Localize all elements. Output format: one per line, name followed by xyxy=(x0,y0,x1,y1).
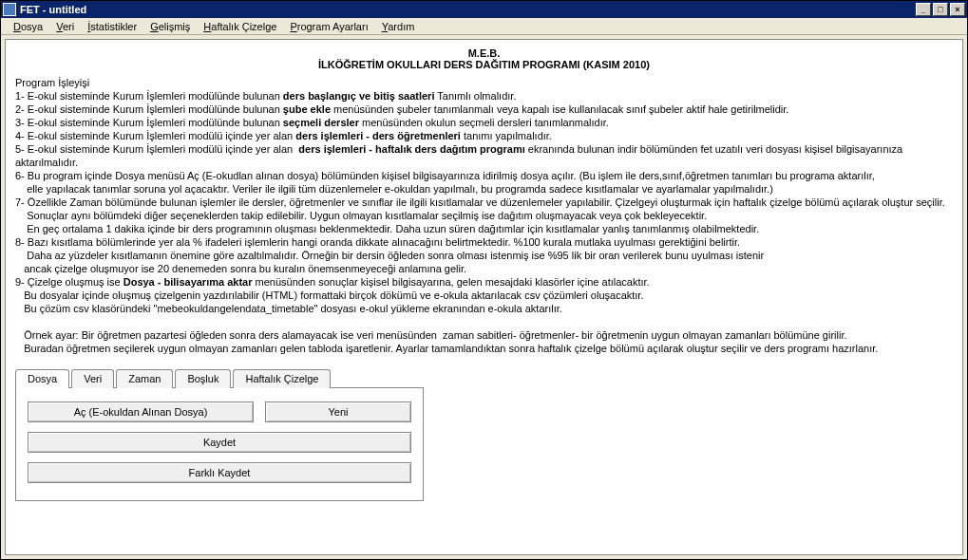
app-icon xyxy=(3,3,16,16)
menubar: Dosya Veri İstatistikler Gelişmiş Haftal… xyxy=(1,18,967,35)
menu-haftalik-cizelge[interactable]: Haftalık Çizelge xyxy=(197,19,283,34)
window-controls: _ □ × xyxy=(914,3,965,16)
tab-bosluk[interactable]: Boşluk xyxy=(175,369,231,388)
minimize-button[interactable]: _ xyxy=(916,3,931,16)
heading-2: İLKÖĞRETİM OKULLARI DERS DAĞITIM PROGRAM… xyxy=(15,59,953,70)
menu-gelismis[interactable]: Gelişmiş xyxy=(143,19,197,34)
maximize-button[interactable]: □ xyxy=(933,3,948,16)
close-button[interactable]: × xyxy=(950,3,965,16)
app-window: FET - untitled _ □ × Dosya Veri İstatist… xyxy=(0,0,968,560)
save-button[interactable]: Kaydet xyxy=(28,432,411,453)
tab-haftalik-cizelge[interactable]: Haftalık Çizelge xyxy=(233,369,331,388)
tab-zaman[interactable]: Zaman xyxy=(116,369,173,388)
content-area: M.E.B. İLKÖĞRETİM OKULLARI DERS DAĞITIM … xyxy=(5,39,963,555)
save-as-button[interactable]: Farklı Kaydet xyxy=(28,462,411,483)
menu-istatistikler[interactable]: İstatistikler xyxy=(81,19,143,34)
heading-1: M.E.B. xyxy=(15,47,953,59)
menu-dosya[interactable]: Dosya xyxy=(7,19,49,34)
tab-veri[interactable]: Veri xyxy=(71,369,114,388)
window-title: FET - untitled xyxy=(20,4,914,15)
menu-yardim[interactable]: Yardım xyxy=(375,19,422,34)
tab-dosya[interactable]: Dosya xyxy=(15,369,69,388)
menu-label: Dosya xyxy=(13,21,43,32)
open-button[interactable]: Aç (E-okuldan Alınan Dosya) xyxy=(28,401,254,422)
instructions-text: Program İşleyişi 1- E-okul sisteminde Ku… xyxy=(15,76,953,355)
tab-panel-dosya: Aç (E-okuldan Alınan Dosya) Yeni Kaydet … xyxy=(15,387,424,501)
menu-veri[interactable]: Veri xyxy=(49,19,81,34)
new-button[interactable]: Yeni xyxy=(265,401,411,422)
menu-program-ayarlari[interactable]: Program Ayarları xyxy=(283,19,374,34)
titlebar: FET - untitled _ □ × xyxy=(1,1,967,18)
tabs-container: Dosya Veri Zaman Boşluk Haftalık Çizelge… xyxy=(15,368,424,501)
tab-row: Dosya Veri Zaman Boşluk Haftalık Çizelge xyxy=(15,368,424,387)
